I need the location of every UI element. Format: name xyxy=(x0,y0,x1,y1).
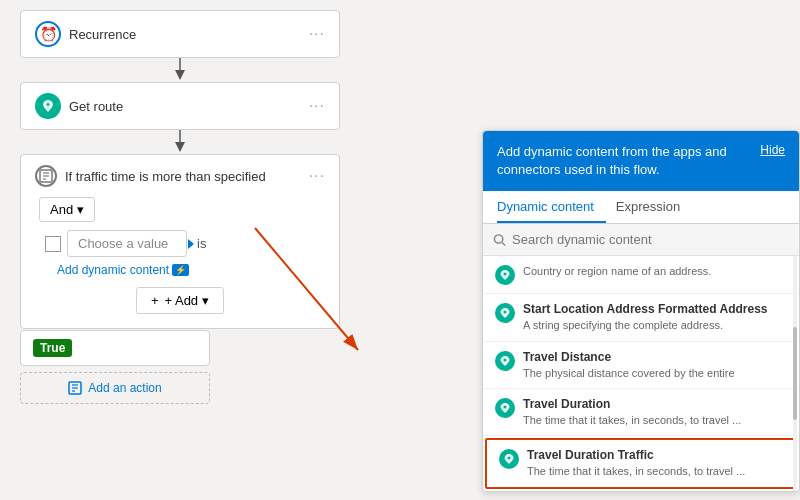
recurrence-icon: ⏰ xyxy=(35,21,61,47)
true-header: True xyxy=(20,330,210,366)
item-duration-title: Travel Duration xyxy=(523,397,787,411)
panel-header-text: Add dynamic content from the apps and co… xyxy=(497,143,737,179)
recurrence-more[interactable]: ··· xyxy=(309,25,325,43)
condition-block: If traffic time is more than specified ·… xyxy=(20,154,340,329)
get-route-icon xyxy=(35,93,61,119)
bing-icon xyxy=(495,303,515,323)
add-button-row: + + Add ▾ xyxy=(35,287,325,314)
svg-point-2 xyxy=(47,103,50,106)
list-item[interactable]: Travel Duration Traffic The time that it… xyxy=(485,438,797,488)
add-icon-badge: ⚡ xyxy=(172,264,189,276)
list-item[interactable]: Country or region name of an address. xyxy=(483,256,799,294)
svg-point-17 xyxy=(504,273,507,276)
recurrence-title: Recurrence xyxy=(69,27,136,42)
tab-dynamic-content[interactable]: Dynamic content xyxy=(497,191,606,223)
tab-expression[interactable]: Expression xyxy=(616,191,692,223)
add-label: + Add xyxy=(164,293,198,308)
add-action-row[interactable]: Add an action xyxy=(20,372,210,404)
panel-tabs: Dynamic content Expression xyxy=(483,191,799,224)
item-traffic-title: Travel Duration Traffic xyxy=(527,448,783,462)
add-dynamic-anchor[interactable]: Add dynamic content xyxy=(57,263,169,277)
dynamic-panel: Add dynamic content from the apps and co… xyxy=(482,130,800,492)
is-label: is xyxy=(193,236,210,251)
scrollbar[interactable] xyxy=(793,256,797,490)
add-action-label: Add an action xyxy=(88,381,161,395)
condition-more[interactable]: ··· xyxy=(309,167,325,185)
connector-1 xyxy=(20,58,340,82)
bing-icon xyxy=(495,351,515,371)
get-route-step[interactable]: Get route ··· xyxy=(20,82,340,130)
svg-point-19 xyxy=(504,358,507,361)
item-country-desc: Country or region name of an address. xyxy=(523,264,787,278)
svg-point-21 xyxy=(508,457,511,460)
search-icon xyxy=(493,233,506,247)
choose-value-box[interactable]: Choose a value xyxy=(67,230,187,257)
list-item[interactable]: Start Location Address Formatted Address… xyxy=(483,294,799,341)
svg-marker-1 xyxy=(175,70,185,80)
item-traffic-desc: The time that it takes, in seconds, to t… xyxy=(527,464,783,478)
bing-icon xyxy=(499,449,519,469)
svg-line-16 xyxy=(502,242,505,245)
bing-icon xyxy=(495,265,515,285)
panel-search xyxy=(483,224,799,256)
item-start-title: Start Location Address Formatted Address xyxy=(523,302,787,316)
scrollbar-thumb[interactable] xyxy=(793,327,797,421)
panel-hide-button[interactable]: Hide xyxy=(760,143,785,157)
condition-header: If traffic time is more than specified ·… xyxy=(35,165,325,187)
get-route-more[interactable]: ··· xyxy=(309,97,325,115)
list-item[interactable]: Travel Duration The time that it takes, … xyxy=(483,389,799,436)
add-button[interactable]: + + Add ▾ xyxy=(136,287,224,314)
true-badge: True xyxy=(33,339,72,357)
bing-icon xyxy=(495,398,515,418)
and-dropdown[interactable]: And ▾ xyxy=(39,197,95,222)
get-route-title: Get route xyxy=(69,99,123,114)
condition-icon xyxy=(35,165,57,187)
search-input[interactable] xyxy=(512,232,789,247)
item-start-desc: A string specifying the complete address… xyxy=(523,318,787,332)
main-canvas: ⏰ Recurrence ··· Get route xyxy=(0,0,800,500)
true-section: True Add an action xyxy=(20,330,210,404)
item-distance-title: Travel Distance xyxy=(523,350,787,364)
svg-marker-4 xyxy=(175,142,185,152)
item-duration-desc: The time that it takes, in seconds, to t… xyxy=(523,413,787,427)
condition-row: Choose a value is xyxy=(45,230,325,257)
connector-2 xyxy=(20,130,340,154)
value-arrow-indicator xyxy=(188,239,194,249)
add-action-icon xyxy=(68,381,82,395)
flow-area: ⏰ Recurrence ··· Get route xyxy=(0,0,360,500)
panel-header: Add dynamic content from the apps and co… xyxy=(483,131,799,191)
item-distance-desc: The physical distance covered by the ent… xyxy=(523,366,787,380)
svg-point-20 xyxy=(504,405,507,408)
list-item[interactable]: Travel Distance The physical distance co… xyxy=(483,342,799,389)
recurrence-step[interactable]: ⏰ Recurrence ··· xyxy=(20,10,340,58)
add-plus: + xyxy=(151,293,159,308)
condition-title: If traffic time is more than specified xyxy=(65,169,266,184)
panel-content: Country or region name of an address. St… xyxy=(483,256,799,490)
condition-checkbox[interactable] xyxy=(45,236,61,252)
svg-point-18 xyxy=(504,311,507,314)
add-dynamic-link[interactable]: Add dynamic content ⚡ xyxy=(57,263,325,277)
svg-point-15 xyxy=(494,235,502,243)
